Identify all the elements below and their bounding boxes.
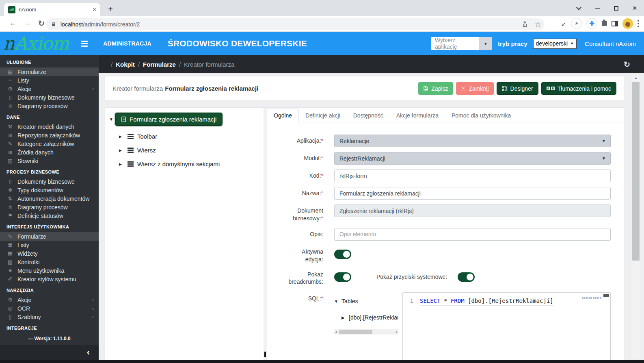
sidebar-item-autonumeracja[interactable]: ⇅Autonumeracja dokumentów — [0, 194, 99, 203]
scroll-right-icon[interactable]: ▸ — [396, 330, 398, 334]
designer-button[interactable]: Designer — [497, 82, 538, 95]
back-icon[interactable]: ← — [9, 19, 17, 28]
hamburger-menu-icon[interactable] — [81, 41, 88, 47]
sidebar-item-typy-dokumentow[interactable]: ❖Typy dokumentów — [0, 186, 99, 194]
environment-title: ŚRODOWISKO DEWELOPERSKIE — [168, 39, 307, 48]
side-panel-icon[interactable] — [612, 21, 618, 26]
editor-scrollbar-handle[interactable] — [603, 294, 609, 297]
tree-expand-icon[interactable]: ▼ — [109, 117, 115, 122]
sidebar-item-menu-uzytkownika[interactable]: ≡Menu użytkownika — [0, 266, 99, 275]
share-icon[interactable] — [521, 21, 528, 28]
sidebar-item-kategorie[interactable]: ✎Kategorie załączników — [0, 139, 99, 148]
sidebar-item-listy-2[interactable]: ≣Listy — [0, 241, 99, 249]
table-node[interactable]: ▶[dbo].[RejestrReklam — [341, 314, 398, 321]
splitter-handle[interactable] — [264, 352, 266, 357]
save-button[interactable]: Zapisz — [418, 82, 453, 95]
tab-search-chevron-icon[interactable] — [569, 0, 588, 16]
application-combobox-value[interactable]: Wybierz aplikację — [431, 37, 479, 50]
sql-editor[interactable]: 1 SELECT * FROM [dbo].[RejestrReklamacji… — [402, 292, 611, 360]
tree-expand-icon[interactable]: ▼ — [334, 299, 338, 304]
tree-node-toolbar[interactable]: ▶ Toolbar — [119, 133, 259, 140]
bookmark-star-icon[interactable]: ☆ — [535, 20, 541, 29]
nazwa-label: Nazwa:* — [285, 187, 323, 200]
application-combobox-caret-icon[interactable]: ▼ — [479, 37, 492, 50]
scroll-thumb[interactable] — [339, 330, 372, 334]
browser-tab-bar: nA nAxiom × + × — [0, 0, 644, 16]
kod-input[interactable]: rklRjs-form — [334, 170, 611, 182]
scroll-left-icon[interactable]: ◂ — [335, 330, 337, 334]
nav-administracja[interactable]: ADMINISTRACJA — [103, 40, 151, 47]
tree-collapse-icon[interactable]: ▶ — [119, 162, 124, 166]
pokaz-breadcrumbs-toggle[interactable] — [334, 272, 351, 282]
sidebar-item-diagramy-procesow[interactable]: ⋔Diagramy procesów — [0, 102, 99, 110]
new-tab-button[interactable]: + — [105, 3, 116, 15]
scroll-up-icon[interactable]: ▲ — [632, 76, 640, 80]
sidebar-item-repozytoria[interactable]: ≋Repozytoria załączników — [0, 131, 99, 139]
sidebar-item-formularze[interactable]: ▤Formularze — [0, 67, 99, 76]
sidebar-item-dokumenty-biznesowe[interactable]: ▯Dokumenty biznesowe — [0, 93, 99, 102]
breadcrumb-kokpit[interactable]: Kokpit — [116, 61, 135, 68]
tables-horizontal-scrollbar[interactable]: ◂ ▸ — [334, 329, 398, 335]
breadcrumb-formularze[interactable]: Formularze — [143, 61, 176, 68]
tree-node-wiersz[interactable]: ▶ Wiersz — [119, 147, 259, 154]
sidebar-item-kontrolki[interactable]: ▧Kontrolki — [0, 258, 99, 266]
opis-input[interactable] — [334, 228, 611, 241]
application-combobox[interactable]: Wybierz aplikację ▼ — [431, 37, 492, 50]
forward-icon[interactable]: → — [24, 19, 31, 28]
sidebar-item-widzety[interactable]: ▦Widżety — [0, 249, 99, 258]
tab-ogolne[interactable]: Ogólne — [267, 109, 299, 122]
sidebar-item-definicje-statusow[interactable]: ⚑Definicje statusów — [0, 211, 99, 220]
close-window-button[interactable]: × — [625, 0, 644, 16]
naxiom-logo[interactable]: nAxiom — [3, 35, 69, 52]
browser-menu-icon[interactable] — [638, 20, 639, 27]
aktywna-edycja-toggle[interactable] — [334, 250, 351, 259]
close-button[interactable]: × Zamknij — [456, 82, 494, 95]
pinwheel-extension-icon[interactable]: ✚ — [586, 18, 597, 29]
tree-node-wiersz-sekcje[interactable]: ▶ Wiersz z domyślnymi sekcjami — [119, 161, 259, 167]
tab-definicje-akcji[interactable]: Definicje akcji — [299, 109, 347, 122]
nazwa-input[interactable]: Formularz zgłoszenia reklamacji — [334, 187, 611, 200]
cursor-extension-icon[interactable]: ➤ — [571, 18, 582, 29]
browser-tab[interactable]: nA nAxiom × — [4, 3, 100, 16]
fullscreen-extension-icon[interactable]: ↔ — [558, 18, 568, 28]
tab-dostepnosc[interactable]: Dostępność — [347, 109, 390, 122]
logged-user[interactable]: Consultant nAxiom — [585, 40, 636, 47]
minimize-button[interactable] — [588, 0, 607, 16]
profile-avatar[interactable] — [622, 18, 633, 29]
sidebar-item-ocr[interactable]: ◎OCR‹ — [0, 304, 99, 313]
sidebar-item-diagramy-procesow-2[interactable]: ⋔Diagramy procesów — [0, 203, 99, 211]
sql-code-line[interactable]: SELECT * FROM [dbo].[RejestrReklamacji] — [420, 298, 553, 306]
collapse-sidebar-icon[interactable]: ‹ — [87, 348, 90, 357]
modul-select[interactable]: RejestrReklamacji▼ — [334, 152, 611, 165]
tree-root-node[interactable]: Formularz zgłoszenia reklamacji — [115, 113, 223, 126]
aplikacja-select[interactable]: Reklamacje▼ — [334, 135, 611, 147]
tree-collapse-icon[interactable]: ▶ — [119, 148, 124, 152]
sidebar-item-dokumenty-biznesowe-2[interactable]: ▯Dokumenty biznesowe — [0, 177, 99, 186]
extensions-puzzle-icon[interactable] — [602, 21, 607, 26]
url-bar[interactable]: localhost/admin/forms/creator/2 ☆ — [46, 18, 545, 30]
refresh-icon[interactable]: ↻ — [624, 60, 630, 69]
sidebar-item-slowniki[interactable]: ▥Słowniki — [0, 157, 99, 165]
sidebar-item-formularze-2[interactable]: ✎Formularze — [0, 232, 99, 241]
page-scrollbar[interactable]: ▲ — [632, 75, 640, 359]
sidebar-item-szablony[interactable]: ▯Szablony‹ — [0, 313, 99, 321]
pane-splitter[interactable] — [264, 108, 267, 360]
translations-button[interactable]: AB Tłumaczenia i pomoc — [541, 82, 616, 95]
sidebar-item-akcje-2[interactable]: ⚙Akcje‹ — [0, 296, 99, 304]
scroll-thumb[interactable] — [632, 82, 640, 261]
pokaz-przyciski-toggle[interactable] — [458, 272, 475, 282]
sidebar-item-akcje[interactable]: ⚙Akcje‹ — [0, 85, 99, 93]
tab-close-icon[interactable]: × — [93, 7, 96, 13]
sidebar-item-kreator-modeli[interactable]: ⚒Kreator modeli danych — [0, 122, 99, 131]
tab-akcje-formularza[interactable]: Akcje formularza — [390, 109, 445, 122]
sidebar-item-listy[interactable]: ≣Listy — [0, 76, 99, 85]
reload-icon[interactable]: ↻ — [38, 19, 45, 28]
tree-collapse-icon[interactable]: ▶ — [119, 135, 124, 139]
sidebar-item-kreator-stylow[interactable]: ✐Kreator stylów systemu — [0, 275, 99, 283]
work-mode-select[interactable]: developerski▼ — [533, 39, 577, 49]
tree-collapse-icon[interactable]: ▶ — [341, 315, 346, 320]
maximize-button[interactable] — [607, 0, 625, 16]
sidebar-item-zrodla-danych[interactable]: ≋Źródła danych — [0, 148, 99, 157]
tab-pomoc[interactable]: Pomoc dla użytkownika — [445, 109, 517, 122]
tables-root-node[interactable]: ▼Tables — [334, 298, 398, 304]
